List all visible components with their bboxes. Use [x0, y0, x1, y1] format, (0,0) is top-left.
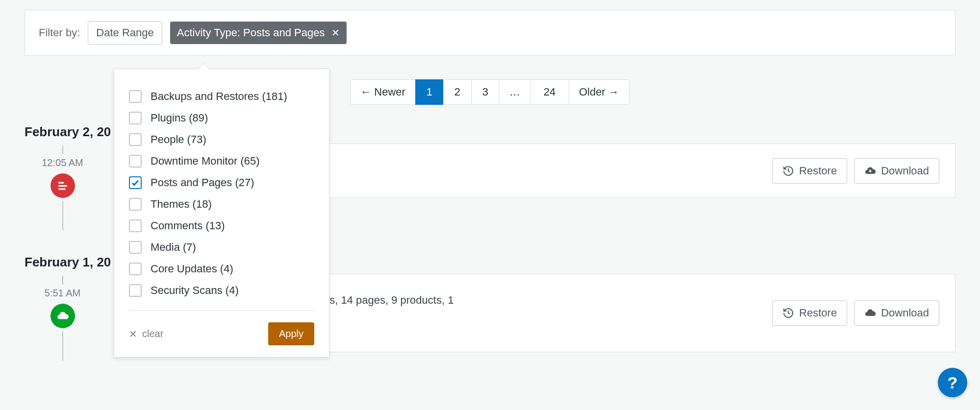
download-icon	[864, 307, 876, 319]
filter-option[interactable]: Backups and Restores (181)	[129, 86, 314, 107]
filter-option-label: Posts and Pages (27)	[151, 176, 254, 189]
filter-option-label: Media (7)	[151, 241, 196, 254]
activity-time: 12:05 AM	[42, 157, 83, 169]
download-button[interactable]: Download	[854, 158, 939, 184]
filter-bar: Filter by: Date Range Activity Type: Pos…	[25, 10, 955, 56]
filter-option[interactable]: Plugins (89)	[129, 107, 314, 129]
backup-icon	[50, 304, 75, 328]
download-button[interactable]: Download	[854, 300, 939, 326]
download-icon	[864, 165, 876, 177]
filter-option-label: Security Scans (4)	[151, 284, 239, 297]
post-icon	[50, 173, 75, 198]
close-icon: ✕	[129, 328, 137, 340]
checkbox[interactable]	[129, 133, 142, 146]
pagination-ellipsis: …	[499, 79, 530, 105]
filter-option[interactable]: Security Scans (4)	[129, 280, 314, 301]
filter-option[interactable]: Core Updates (4)	[129, 258, 314, 280]
restore-icon	[782, 307, 794, 319]
filter-option[interactable]: Downtime Monitor (65)	[129, 150, 314, 172]
svg-rect-2	[58, 188, 65, 190]
pagination-page-3[interactable]: 3	[471, 79, 500, 105]
checkbox[interactable]	[129, 90, 142, 103]
filter-option[interactable]: Comments (13)	[129, 215, 314, 237]
filter-option-label: Backups and Restores (181)	[151, 90, 287, 103]
arrow-right-icon: →	[608, 86, 619, 98]
activity-type-dropdown: Backups and Restores (181)Plugins (89)Pe…	[114, 69, 329, 358]
checkbox[interactable]	[129, 155, 142, 168]
arrow-left-icon: ←	[360, 86, 371, 98]
filter-option-label: Comments (13)	[151, 219, 225, 232]
svg-rect-0	[58, 182, 64, 183]
checkbox[interactable]	[129, 219, 142, 232]
checkbox[interactable]	[129, 112, 142, 124]
checkbox[interactable]	[129, 263, 142, 275]
date-range-button[interactable]: Date Range	[88, 21, 162, 45]
activity-type-pill[interactable]: Activity Type: Posts and Pages ✕	[170, 22, 347, 44]
filter-option[interactable]: Themes (18)	[129, 193, 314, 215]
activity-time: 5:51 AM	[45, 288, 80, 299]
filter-option-label: Core Updates (4)	[151, 263, 233, 275]
filter-label: Filter by:	[39, 26, 80, 39]
svg-rect-1	[58, 185, 67, 187]
checkbox[interactable]	[129, 176, 142, 189]
pagination-page-1[interactable]: 1	[415, 79, 444, 105]
pagination-page-24[interactable]: 24	[530, 79, 569, 105]
filter-option[interactable]: Media (7)	[129, 237, 314, 258]
checkbox[interactable]	[129, 284, 142, 297]
restore-button[interactable]: Restore	[772, 158, 847, 184]
pagination-page-2[interactable]: 2	[443, 79, 472, 105]
filter-option-label: Themes (18)	[151, 198, 212, 211]
pagination-older[interactable]: Older →	[569, 79, 629, 105]
restore-button[interactable]: Restore	[772, 300, 847, 326]
close-icon[interactable]: ✕	[331, 27, 340, 39]
filter-option[interactable]: People (73)	[129, 129, 314, 150]
filter-option[interactable]: Posts and Pages (27)	[129, 172, 314, 193]
apply-filter-button[interactable]: Apply	[268, 322, 314, 345]
restore-icon	[782, 165, 794, 177]
checkbox[interactable]	[129, 198, 142, 211]
pagination-newer[interactable]: ← Newer	[350, 79, 416, 105]
help-button[interactable]: ?	[938, 368, 967, 397]
checkbox[interactable]	[129, 241, 142, 254]
filter-option-label: Downtime Monitor (65)	[151, 155, 260, 168]
activity-type-pill-label: Activity Type: Posts and Pages	[177, 26, 325, 39]
filter-option-label: People (73)	[151, 133, 206, 146]
clear-filter-button[interactable]: ✕ clear	[129, 328, 163, 340]
filter-option-label: Plugins (89)	[151, 112, 208, 124]
